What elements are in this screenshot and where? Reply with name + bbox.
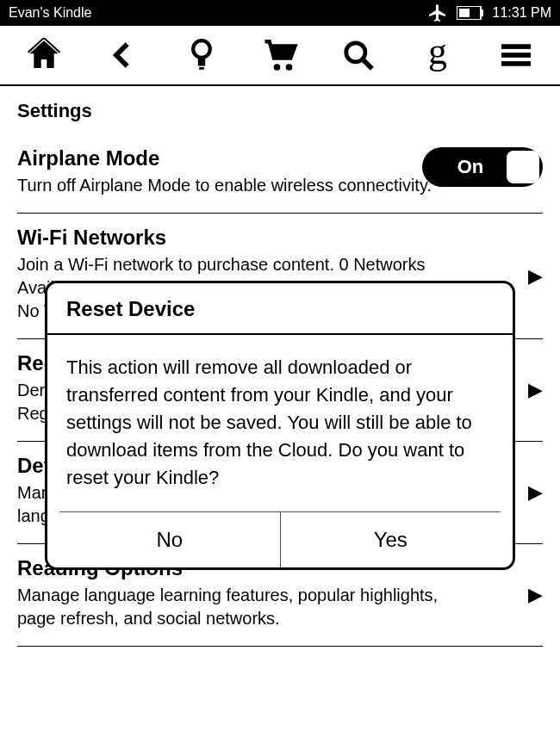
chevron-right-icon: ▶ [528, 584, 543, 606]
toggle-knob [507, 151, 539, 183]
dialog-body: This action will remove all downloaded o… [47, 335, 513, 511]
status-right: 11:31 PM [427, 3, 551, 23]
yes-button[interactable]: Yes [280, 512, 501, 567]
svg-rect-10 [501, 44, 531, 49]
goodreads-button[interactable]: g [408, 29, 468, 81]
svg-point-3 [193, 40, 210, 58]
svg-rect-1 [481, 9, 483, 16]
airplane-mode-icon [427, 3, 448, 23]
svg-text:g: g [428, 36, 447, 72]
toolbar: g [0, 26, 560, 86]
toggle-label: On [422, 156, 507, 178]
search-button[interactable] [328, 29, 389, 81]
setting-desc: Turn off Airplane Mode to enable wireles… [17, 174, 480, 197]
menu-button[interactable] [486, 29, 546, 81]
svg-rect-12 [501, 61, 531, 66]
svg-point-7 [346, 43, 365, 62]
svg-point-6 [286, 64, 293, 71]
clock: 11:31 PM [493, 5, 551, 21]
svg-rect-11 [501, 53, 531, 58]
reset-device-dialog: Reset Device This action will remove all… [45, 281, 515, 570]
dialog-buttons: No Yes [59, 511, 501, 567]
dialog-title: Reset Device [47, 283, 513, 335]
setting-airplane-mode: Airplane Mode Turn off Airplane Mode to … [17, 134, 543, 214]
chevron-right-icon: ▶ [528, 265, 543, 288]
no-button[interactable]: No [59, 512, 280, 567]
chevron-right-icon: ▶ [528, 379, 543, 401]
svg-line-8 [363, 59, 372, 69]
battery-icon [457, 6, 484, 20]
chevron-right-icon: ▶ [528, 481, 543, 504]
back-button[interactable] [92, 29, 152, 81]
page-title: Settings [17, 100, 543, 122]
svg-point-5 [274, 64, 281, 71]
status-bar: Evan's Kindle 11:31 PM [0, 0, 560, 26]
light-button[interactable] [171, 29, 232, 81]
cart-button[interactable] [250, 29, 310, 81]
home-button[interactable] [14, 29, 74, 81]
airplane-mode-toggle[interactable]: On [422, 147, 543, 187]
setting-title: Wi-Fi Networks [17, 226, 543, 250]
setting-desc: Manage language learning features, popul… [17, 584, 480, 630]
svg-rect-4 [199, 67, 204, 70]
svg-rect-2 [459, 9, 470, 17]
device-name: Evan's Kindle [9, 5, 427, 21]
